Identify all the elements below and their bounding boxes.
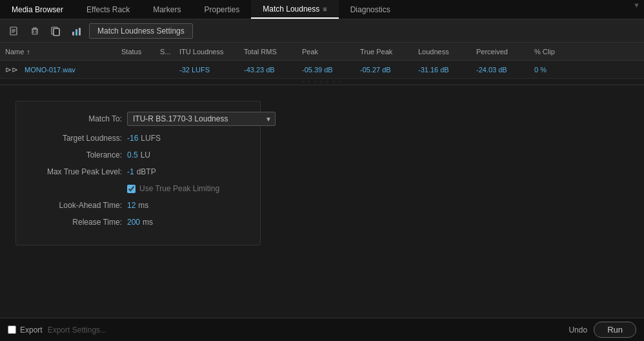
svg-rect-5 — [54, 28, 59, 36]
duplicate-button[interactable] — [46, 23, 65, 39]
new-session-button[interactable] — [5, 23, 23, 39]
svg-rect-7 — [72, 32, 74, 36]
max-true-peak-unit: dBTP — [137, 167, 156, 176]
use-true-peak-label: Use True Peak Limiting — [139, 184, 219, 193]
cell-name: ⊳⊳ MONO-017.wav — [5, 65, 121, 74]
cell-peak: -05.39 dB — [302, 66, 360, 74]
toolbar: Match Loudness Settings — [0, 19, 644, 43]
look-ahead-unit: ms — [138, 201, 148, 210]
tab-diagnostics[interactable]: Diagnostics — [339, 0, 402, 19]
tab-menu-icon[interactable]: ≡ — [323, 5, 327, 13]
release-time-label: Release Time: — [32, 218, 122, 227]
export-checkbox[interactable] — [8, 326, 16, 334]
cell-total-rms: -43.23 dB — [244, 66, 302, 74]
look-ahead-label: Look-Ahead Time: — [32, 201, 122, 210]
max-true-peak-label: Max True Peak Level: — [32, 167, 122, 176]
cell-loudness: -31.16 dB — [418, 66, 476, 74]
col-header-clip[interactable]: % Clip — [534, 48, 573, 56]
table-row[interactable]: ⊳⊳ MONO-017.wav -32 LUFS -43.23 dB -05.3… — [0, 61, 644, 79]
col-header-itu-loudness[interactable]: ITU Loudness — [179, 48, 244, 56]
analyze-button[interactable] — [67, 23, 86, 39]
tab-properties[interactable]: Properties — [193, 0, 252, 19]
release-time-value: 200 — [127, 218, 140, 227]
match-loudness-settings-button[interactable]: Match Loudness Settings — [89, 23, 193, 39]
match-to-dropdown-wrapper: ITU-R BS.1770-3 Loudness ITU-R BS.1770-4… — [127, 112, 276, 126]
tab-media-browser-label: Media Browser — [12, 5, 63, 14]
tab-match-loudness[interactable]: Match Loudness ≡ — [251, 0, 338, 19]
export-checkbox-label[interactable]: Export — [8, 326, 43, 335]
match-loudness-settings-label: Match Loudness Settings — [97, 26, 185, 36]
tolerance-value: 0.5 — [127, 150, 138, 160]
tab-properties-label: Properties — [205, 5, 240, 14]
audio-track-icon: ⊳⊳ — [5, 65, 18, 74]
target-loudness-row: Target Loudness: -16 LUFS — [32, 134, 245, 143]
tab-markers[interactable]: Markers — [141, 0, 192, 19]
col-header-total-rms[interactable]: Total RMS — [244, 48, 302, 56]
look-ahead-value: 12 — [127, 201, 136, 210]
duplicate-icon — [50, 26, 61, 36]
col-header-s[interactable]: S... — [160, 48, 179, 56]
target-loudness-unit: LUFS — [141, 134, 161, 143]
trash-icon — [30, 26, 40, 36]
undo-button[interactable]: Undo — [569, 326, 587, 335]
run-button[interactable]: Run — [594, 322, 636, 338]
tab-bar: Media Browser Effects Rack Markers Prope… — [0, 0, 644, 19]
match-to-label: Match To: — [32, 114, 122, 123]
new-icon — [9, 26, 19, 36]
bottom-left: Export Export Settings... — [8, 326, 106, 335]
cell-perceived: -24.03 dB — [476, 66, 534, 74]
tolerance-label: Tolerance: — [32, 150, 122, 160]
col-header-peak[interactable]: Peak — [302, 48, 360, 56]
target-loudness-label: Target Loudness: — [32, 134, 122, 143]
svg-rect-9 — [79, 28, 81, 36]
settings-container: Match To: ITU-R BS.1770-3 Loudness ITU-R… — [0, 85, 644, 261]
tolerance-row: Tolerance: 0.5 LU — [32, 150, 245, 160]
col-header-status[interactable]: Status — [121, 48, 160, 56]
tab-media-browser[interactable]: Media Browser — [0, 0, 75, 19]
col-header-name[interactable]: Name ↑ — [5, 48, 121, 56]
look-ahead-row: Look-Ahead Time: 12 ms — [32, 201, 245, 210]
bottom-right: Undo Run — [569, 322, 636, 338]
export-settings-button[interactable]: Export Settings... — [48, 326, 106, 335]
scroll-down-icon[interactable]: ▼ — [633, 1, 640, 9]
tab-diagnostics-label: Diagnostics — [350, 5, 390, 14]
col-header-loudness[interactable]: Loudness — [418, 48, 476, 56]
delete-button[interactable] — [26, 23, 44, 39]
table-header: Name ↑ Status S... ITU Loudness Total RM… — [0, 43, 644, 61]
svg-rect-8 — [75, 29, 77, 36]
release-time-unit: ms — [143, 218, 153, 227]
resize-dots-icon: · · · · · · · — [302, 78, 342, 85]
use-true-peak-row: Use True Peak Limiting — [32, 184, 245, 193]
match-to-dropdown[interactable]: ITU-R BS.1770-3 Loudness ITU-R BS.1770-4… — [127, 112, 276, 126]
tab-match-loudness-label: Match Loudness — [263, 5, 319, 14]
cell-true-peak: -05.27 dB — [360, 66, 418, 74]
export-label: Export — [20, 326, 43, 335]
max-true-peak-value: -1 — [127, 167, 134, 176]
tab-effects-rack[interactable]: Effects Rack — [75, 0, 141, 19]
tab-effects-rack-label: Effects Rack — [86, 5, 130, 14]
col-header-perceived[interactable]: Perceived — [476, 48, 534, 56]
settings-panel: Match To: ITU-R BS.1770-3 Loudness ITU-R… — [15, 101, 261, 245]
match-to-row: Match To: ITU-R BS.1770-3 Loudness ITU-R… — [32, 112, 245, 126]
tolerance-unit: LU — [141, 150, 150, 160]
col-header-true-peak[interactable]: True Peak — [360, 48, 418, 56]
use-true-peak-checkbox[interactable] — [127, 185, 136, 193]
cell-itu-loudness: -32 LUFS — [179, 66, 244, 74]
max-true-peak-row: Max True Peak Level: -1 dBTP — [32, 167, 245, 176]
release-time-row: Release Time: 200 ms — [32, 218, 245, 227]
cell-clip: 0 % — [534, 66, 573, 74]
target-loudness-value: -16 — [127, 134, 138, 143]
tab-markers-label: Markers — [153, 5, 181, 14]
analyze-icon — [71, 25, 83, 37]
bottom-bar: Export Export Settings... Undo Run — [0, 318, 644, 341]
resize-handle[interactable]: · · · · · · · ▼ — [0, 79, 644, 85]
svg-rect-1 — [32, 29, 37, 34]
